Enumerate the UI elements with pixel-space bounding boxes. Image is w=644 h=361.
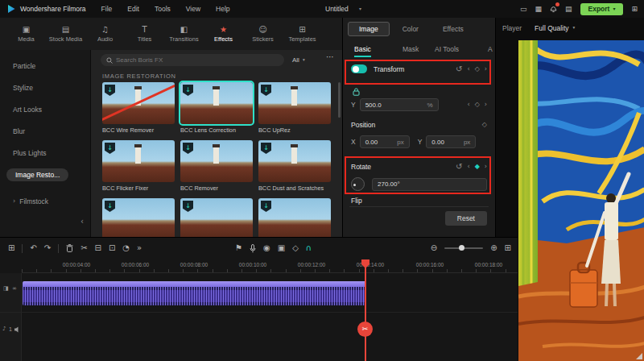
menu-help[interactable]: Help [216, 5, 229, 13]
tab-stock-media[interactable]: ▤ Stock Media [46, 18, 85, 50]
effect-card-partial[interactable]: ↓ [102, 198, 179, 237]
tab-effects-props[interactable]: Effects [431, 22, 475, 36]
sidebar-item-image-restoration[interactable]: Image Resto... [6, 168, 68, 181]
effect-card-uprez[interactable]: ↓ BCC UpRez [258, 82, 335, 134]
menu-file[interactable]: File [101, 5, 113, 13]
layout-switch-icon[interactable]: ▭ [520, 6, 527, 13]
sidebar-item-filmstock[interactable]: › Filmstock [13, 195, 48, 208]
zoom-slider[interactable] [444, 247, 483, 249]
subtab-partial[interactable]: A [488, 45, 493, 53]
menu-view[interactable]: View [186, 5, 200, 13]
reset-rotate-icon[interactable]: ↺ [456, 163, 462, 171]
menu-tools[interactable]: Tools [155, 5, 171, 13]
effect-card-wire-remover[interactable]: ↓ BCC Wire Remover [102, 82, 179, 134]
voiceover-mic-icon[interactable] [250, 244, 256, 253]
effect-card-dust-scratches[interactable]: ↓ BCC Dust and Scratches [258, 140, 335, 192]
more-options-icon[interactable]: ⋯ [326, 53, 334, 61]
grid-layout-icon[interactable]: ⊞ [631, 6, 638, 13]
zoom-in-icon[interactable]: ⊕ [490, 244, 497, 252]
keyframe-icon[interactable]: ◇ [482, 122, 487, 128]
uniform-scale-lock-icon[interactable] [353, 88, 360, 96]
timeline-ruler[interactable]: 00:00:04:00 00:00:06:00 00:00:08:00 00:0… [22, 259, 518, 273]
position-y-field[interactable]: 0.00 px [426, 135, 476, 148]
reset-button[interactable]: Reset [445, 211, 487, 226]
next-keyframe-icon[interactable]: › [485, 164, 487, 170]
effect-card-partial[interactable]: ↓ [180, 198, 257, 237]
sidebar-item-art-looks[interactable]: Art Looks [13, 103, 42, 116]
tab-image[interactable]: Image [348, 22, 390, 36]
tab-effects[interactable]: ★ Effects [204, 18, 243, 50]
screen-record-icon[interactable]: ▣ [278, 244, 285, 252]
tab-titles[interactable]: T Titles [125, 18, 164, 50]
subtab-ai-tools[interactable]: AI Tools [435, 45, 459, 53]
keyframe-tool-icon[interactable]: ◇ [292, 244, 299, 252]
track-link-icon[interactable]: ∞ [12, 286, 17, 292]
effect-card-remover[interactable]: ↓ BCC Remover [180, 140, 257, 192]
chroma-key-icon[interactable]: ◉ [263, 244, 270, 252]
effect-card-flicker-fixer[interactable]: ↓ BCC Flicker Fixer [102, 140, 179, 192]
effect-card-partial[interactable]: ↓ [258, 198, 335, 237]
sidebar-item-blur[interactable]: Blur [13, 125, 25, 138]
collapse-sidebar-icon[interactable]: ‹ [80, 218, 84, 226]
rotate-dial[interactable] [351, 177, 365, 191]
scrollbar-thumb[interactable] [338, 82, 341, 118]
sidebar-item-stylize[interactable]: Stylize [13, 81, 33, 94]
delete-icon[interactable] [66, 244, 73, 252]
crop-icon[interactable]: ⊡ [109, 244, 115, 252]
keyframe-icon[interactable]: ◇ [475, 102, 480, 108]
zoom-slider-knob[interactable] [459, 245, 464, 251]
zoom-out-icon[interactable]: ⊖ [431, 244, 437, 252]
tab-transitions[interactable]: ◧ Transitions [164, 18, 204, 50]
effects-library-panel: All ▾ ⋯ IMAGE RESTORATION ↓ BCC Wire Rem… [90, 50, 342, 237]
track-adjust-icon[interactable]: ◨ [3, 286, 9, 292]
tab-color[interactable]: Color [391, 22, 430, 36]
prev-keyframe-icon[interactable]: ‹ [467, 66, 469, 73]
effect-card-lens-correction[interactable]: ↓ BCC Lens Correction [180, 82, 257, 134]
tab-stickers[interactable]: ☺ Stickers [243, 18, 283, 50]
search-input[interactable] [116, 56, 279, 64]
position-x-field[interactable]: 0.00 px [360, 135, 410, 148]
marker-icon[interactable]: ⚑ [235, 244, 242, 252]
keyframe-icon[interactable]: ◇ [475, 66, 480, 73]
transform-toggle[interactable] [351, 64, 367, 73]
prev-keyframe-icon[interactable]: ‹ [467, 164, 469, 170]
speed-icon[interactable]: ◔ [122, 244, 130, 252]
more-tools-icon[interactable]: » [137, 244, 142, 252]
search-bar[interactable] [101, 54, 284, 66]
redo-icon[interactable]: ↷ [44, 244, 51, 252]
sidebar-item-plus-lights[interactable]: Plus Lights [13, 147, 47, 160]
tab-audio[interactable]: ♫ Audio [85, 18, 125, 50]
chevron-down-icon[interactable]: ▾ [359, 6, 361, 11]
panels-icon[interactable]: ▦ [535, 6, 542, 13]
scissors-icon[interactable]: ✂ [80, 244, 87, 252]
quality-dropdown[interactable]: Full Quality ▾ [535, 24, 575, 32]
keyframe-active-icon[interactable]: ◆ [475, 164, 480, 170]
reset-transform-icon[interactable]: ↺ [456, 65, 462, 73]
scale-y-field[interactable]: 500.0 % [360, 98, 439, 111]
next-keyframe-icon[interactable]: › [485, 66, 487, 73]
audio-track-icon[interactable]: ♪ [2, 326, 6, 332]
prev-keyframe-icon[interactable]: ‹ [467, 102, 469, 108]
timeline-clip[interactable] [23, 281, 366, 305]
rotate-field[interactable]: 270.00° [372, 178, 487, 191]
media-view-icon[interactable]: ⊞ [8, 244, 14, 252]
mute-speaker-icon[interactable] [14, 326, 21, 334]
export-button[interactable]: Export ▾ [580, 3, 624, 15]
menu-edit[interactable]: Edit [127, 5, 139, 13]
notification-bell-icon[interactable] [550, 5, 557, 13]
fit-timeline-icon[interactable]: ⊞ [505, 244, 511, 252]
split-icon[interactable]: ⊟ [95, 244, 101, 252]
playhead-line[interactable] [365, 259, 366, 361]
video-preview[interactable] [518, 40, 644, 361]
tab-media[interactable]: ▣ Media [6, 18, 46, 50]
tab-templates[interactable]: ⊞ Templates [283, 18, 322, 50]
subtab-mask[interactable]: Mask [402, 45, 419, 53]
undo-icon[interactable]: ↶ [30, 244, 36, 252]
cut-scissors-badge[interactable]: ✂ [357, 322, 373, 337]
snap-icon[interactable]: ∩ [306, 244, 312, 252]
next-keyframe-icon[interactable]: › [485, 102, 487, 108]
sidebar-item-particle[interactable]: Particle [13, 60, 35, 73]
filter-dropdown[interactable]: All ▾ [292, 56, 305, 64]
workspace-icon[interactable]: ▤ [565, 6, 572, 13]
subtab-basic[interactable]: Basic [354, 45, 371, 57]
